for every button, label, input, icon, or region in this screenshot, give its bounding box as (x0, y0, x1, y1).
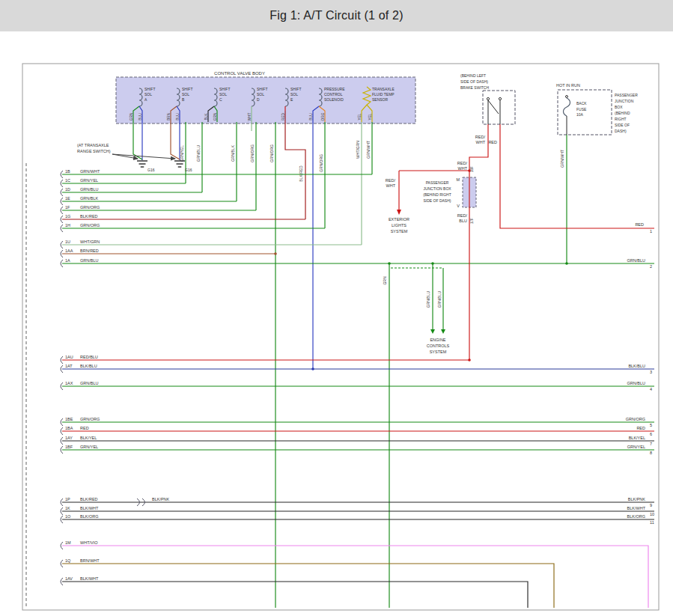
circuit-number: 10 (650, 512, 654, 516)
pin-id: M (456, 177, 460, 182)
lead-color-label: BLU (138, 113, 142, 121)
wire-color-label: GRN/YEL (627, 445, 645, 449)
wire-color-label: GRN/BLU (437, 291, 442, 308)
lead-color-label: WHT (248, 112, 252, 121)
circuit-number: 8 (650, 451, 652, 455)
wire-color-label: GRN/WHT (366, 141, 371, 159)
wire-color-label: BLK/RED (80, 214, 98, 219)
wire-color-label: BLK/BLU (628, 364, 645, 368)
junction-box-label: SIDE OF (615, 123, 630, 127)
brake-switch-label: SIDE OF DASH) (460, 79, 488, 84)
wire-color-label: GRN/ORG (80, 223, 100, 228)
wire-color-label: WHT/GRN (356, 141, 360, 159)
wire-color-label: GRN/WHT (560, 150, 564, 168)
fuse-label: BACK (576, 101, 587, 106)
junction-box-label: BOX (615, 105, 623, 109)
pin-id: 1AX (65, 381, 73, 385)
wire-color-label: GRN/BLK (80, 196, 98, 201)
component-label: SENSOR (372, 97, 389, 102)
system-label: EXTERIOR (389, 217, 409, 222)
wire-color-label: GRN/BLU (80, 381, 98, 385)
junction-box-label: (BEHIND RIGHT (423, 192, 451, 197)
wire-color-label: GRN/BLU (196, 145, 201, 162)
pin-id: 1O (65, 514, 71, 519)
circuit-number: 2 (650, 264, 652, 269)
circuit-number: 6 (650, 432, 652, 436)
wire-color-label: RED (488, 140, 497, 144)
page: Fig 1: A/T Circuit (1 of 2) CONTROL VALV… (0, 0, 673, 616)
wire-color-label: RED (635, 222, 644, 227)
wire-color-label: WHT/GRN (80, 240, 100, 244)
junction-box-label: PASSENGER (615, 93, 638, 97)
diagram-border (22, 64, 659, 610)
pin-id: 1B (65, 169, 70, 174)
component-label: SHIFT (182, 87, 192, 91)
wire-color-label: BLK/WHT (627, 506, 646, 510)
pin-id: 1C (65, 178, 70, 183)
pin-id: V (457, 204, 460, 208)
wire-color-label: RED/BLU (80, 355, 98, 359)
circuit-number: 9 (650, 503, 652, 507)
junction-dot (274, 252, 277, 255)
wire-color-label: GRN (383, 276, 387, 285)
component-label: CONTROL (324, 92, 343, 97)
component-label: SHIFT (257, 87, 267, 91)
pin-id: 1AT (65, 364, 73, 368)
junction-box-label: PASSENGER (426, 180, 449, 185)
pin-id: 1AV (65, 576, 73, 581)
junction-box-label: DASH) (615, 129, 627, 133)
annotation: (AT TRANSAXLE (77, 143, 109, 147)
wire-color-label: GRN/ORG (250, 144, 255, 162)
component-label: C (219, 97, 222, 102)
pin-id: 1BF (65, 445, 73, 449)
wire-color-label: GRN/YEL (80, 178, 98, 183)
wiring-diagram: CONTROL VALVE BODYSHIFTSOLASHIFTSOLBSHIF… (0, 31, 673, 616)
wire-color-label: BLK/RED (80, 497, 98, 501)
pin-id: 1E (65, 196, 70, 201)
component-label: SHIFT (144, 87, 155, 91)
wire-color-label: BLK/ORG (80, 514, 98, 519)
lead-color-label: GRN (130, 112, 133, 121)
wire-color-label: GRN/BLU (627, 258, 645, 263)
pin-id: 1A (65, 258, 70, 263)
wire-color-label: WHT (475, 140, 485, 144)
wire-color-label: GRN/BLK (231, 144, 235, 162)
pin-id: 1U (65, 240, 70, 244)
pin-id: 1F (65, 205, 70, 210)
brake-switch-label: (BEHIND LEFT (460, 73, 486, 78)
component-label: SOLENOID (324, 97, 344, 102)
component-label: SOL (290, 92, 298, 97)
pin-id: 1AU (65, 355, 73, 359)
wire-color-label: RED/ (457, 213, 468, 218)
wire-color-label: BLK/YEL (629, 436, 645, 440)
system-label: LIGHTS (392, 223, 406, 228)
lead-color-label: BLU (176, 113, 180, 121)
component-label: SOL (144, 92, 152, 97)
system-label: ENGINE (430, 338, 445, 342)
control-valve-body-label: CONTROL VALVE BODY (214, 71, 265, 76)
wire-color-label: WHT (457, 166, 467, 171)
ground-label: G16 (185, 168, 192, 172)
ground-label: G16 (147, 168, 155, 172)
wire-color-label: GRN/WHT (80, 169, 100, 174)
fuse-terminal (566, 96, 568, 98)
wire-color-label: WHT/VIO (80, 540, 98, 545)
wire-color-label: BLK/PNK (628, 497, 646, 501)
hot-in-run-label: HOT IN RUN (556, 83, 580, 88)
pin-id: 1AA (65, 248, 73, 253)
component-label: PRESSURE (324, 87, 345, 91)
pin-id: 17F (470, 218, 474, 224)
pin-id: 1M (65, 540, 71, 545)
switch-terminal (487, 97, 489, 100)
lead-color-label: YEL (358, 113, 362, 120)
wire-color-label: GRN/BLU (80, 187, 98, 192)
pin-id: 1H (65, 223, 70, 228)
wire-color-label: RED/ (457, 161, 468, 165)
junction-box-label: JUNCTION (615, 99, 634, 103)
wire-color-label: GRN/ORG (319, 154, 323, 172)
wire-color-label: WHT (386, 183, 395, 188)
wire-color-label: BLU (459, 219, 467, 223)
circuit-number: 1 (650, 229, 652, 234)
wire-color-label: BRN/WHT (80, 558, 100, 563)
wire-color-label: RED (636, 426, 645, 430)
